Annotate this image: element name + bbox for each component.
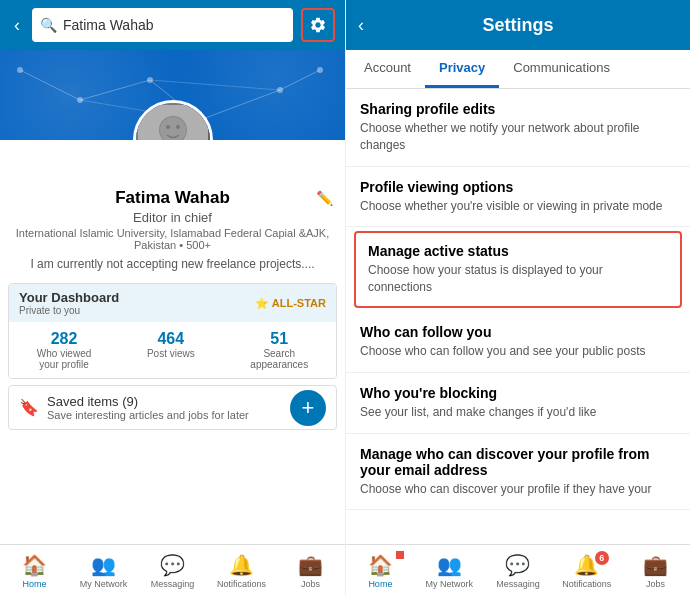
nav-mynetwork-label: My Network bbox=[80, 579, 128, 589]
nav-home[interactable]: 🏠 Home bbox=[7, 553, 63, 589]
settings-sharing-profile-edits[interactable]: Sharing profile edits Choose whether we … bbox=[346, 89, 690, 167]
stat-profile-views[interactable]: 282 Who viewedyour profile bbox=[37, 330, 91, 370]
settings-gear-button[interactable] bbox=[301, 8, 335, 42]
nav-messaging-label: Messaging bbox=[151, 579, 195, 589]
gear-icon bbox=[309, 16, 327, 34]
stat-label-search: Searchappearances bbox=[250, 348, 308, 370]
right-bottom-nav: 🏠 Home 👥 My Network 💬 Messaging 🔔 6 Noti… bbox=[346, 544, 690, 596]
stat-post-views[interactable]: 464 Post views bbox=[147, 330, 195, 370]
right-messaging-label: Messaging bbox=[496, 579, 540, 589]
right-jobs-label: Jobs bbox=[646, 579, 665, 589]
right-jobs-icon: 💼 bbox=[643, 553, 668, 577]
settings-item-title-5: Who you're blocking bbox=[360, 385, 676, 401]
nav-home-label: Home bbox=[22, 579, 46, 589]
nav-notifications[interactable]: 🔔 Notifications bbox=[214, 553, 270, 589]
settings-who-can-follow[interactable]: Who can follow you Choose who can follow… bbox=[346, 312, 690, 373]
settings-blocking[interactable]: Who you're blocking See your list, and m… bbox=[346, 373, 690, 434]
all-star-label: ALL-STAR bbox=[272, 297, 326, 309]
right-nav-mynetwork[interactable]: 👥 My Network bbox=[421, 553, 477, 589]
messaging-icon: 💬 bbox=[160, 553, 185, 577]
dashboard-title: Your Dashboard bbox=[19, 290, 119, 305]
search-bar: 🔍 Fatima Wahab bbox=[32, 8, 293, 42]
settings-item-desc-6: Choose who can discover your profile if … bbox=[360, 481, 676, 498]
nav-mynetwork[interactable]: 👥 My Network bbox=[76, 553, 132, 589]
stat-label-posts: Post views bbox=[147, 348, 195, 359]
settings-profile-viewing[interactable]: Profile viewing options Choose whether y… bbox=[346, 167, 690, 228]
svg-point-9 bbox=[147, 77, 153, 83]
mynetwork-icon: 👥 bbox=[91, 553, 116, 577]
settings-item-title-2: Profile viewing options bbox=[360, 179, 676, 195]
right-home-icon: 🏠 bbox=[368, 553, 393, 577]
settings-item-desc-3: Choose how your status is displayed to y… bbox=[368, 262, 668, 296]
dashboard-subtitle: Private to you bbox=[19, 305, 119, 316]
dashboard-stats: 282 Who viewedyour profile 464 Post view… bbox=[9, 322, 336, 378]
left-panel: ‹ 🔍 Fatima Wahab bbox=[0, 0, 345, 596]
profile-bio: I am currently not accepting new freelan… bbox=[10, 257, 334, 271]
saved-items-title: Saved items (9) bbox=[47, 394, 249, 409]
svg-line-6 bbox=[150, 80, 280, 90]
dashboard-header: Your Dashboard Private to you ⭐ ALL-STAR bbox=[9, 284, 336, 322]
settings-item-title: Sharing profile edits bbox=[360, 101, 676, 117]
add-saved-item-button[interactable]: + bbox=[290, 390, 326, 426]
stat-number-posts: 464 bbox=[147, 330, 195, 348]
profile-name: Fatima Wahab bbox=[115, 188, 230, 208]
nav-messaging[interactable]: 💬 Messaging bbox=[145, 553, 201, 589]
svg-point-7 bbox=[17, 67, 23, 73]
settings-title: Settings bbox=[482, 15, 553, 36]
search-input[interactable]: Fatima Wahab bbox=[63, 17, 285, 33]
settings-discover-email[interactable]: Manage who can discover your profile fro… bbox=[346, 434, 690, 511]
settings-back-button[interactable]: ‹ bbox=[358, 15, 364, 36]
nav-notifications-label: Notifications bbox=[217, 579, 266, 589]
svg-point-11 bbox=[277, 87, 283, 93]
home-icon: 🏠 bbox=[22, 553, 47, 577]
settings-active-status[interactable]: Manage active status Choose how your sta… bbox=[354, 231, 682, 308]
stat-number-search: 51 bbox=[250, 330, 308, 348]
right-notifications-label: Notifications bbox=[562, 579, 611, 589]
profile-location-text: International Islamic University, Islama… bbox=[0, 227, 345, 251]
svg-line-0 bbox=[20, 70, 80, 100]
notifications-icon: 🔔 bbox=[229, 553, 254, 577]
tab-privacy[interactable]: Privacy bbox=[425, 50, 499, 88]
stat-number-views: 282 bbox=[37, 330, 91, 348]
saved-items-subtitle: Save interesting articles and jobs for l… bbox=[47, 409, 249, 421]
right-nav-jobs[interactable]: 💼 Jobs bbox=[628, 553, 684, 589]
svg-line-1 bbox=[80, 80, 150, 100]
profile-title: Editor in chief bbox=[133, 210, 212, 225]
dashboard-section: Your Dashboard Private to you ⭐ ALL-STAR… bbox=[8, 283, 337, 379]
right-nav-messaging[interactable]: 💬 Messaging bbox=[490, 553, 546, 589]
profile-location: International Islamic University, Islama… bbox=[0, 227, 345, 251]
right-mynetwork-label: My Network bbox=[425, 579, 473, 589]
right-home-label: Home bbox=[368, 579, 392, 589]
right-panel: ‹ Settings Account Privacy Communication… bbox=[345, 0, 690, 596]
right-messaging-icon: 💬 bbox=[505, 553, 530, 577]
saved-items-text: Saved items (9) Save interesting article… bbox=[47, 394, 249, 421]
svg-point-17 bbox=[166, 125, 170, 129]
settings-item-title-4: Who can follow you bbox=[360, 324, 676, 340]
stat-label-views: Who viewedyour profile bbox=[37, 348, 91, 370]
right-nav-notifications[interactable]: 🔔 6 Notifications bbox=[559, 553, 615, 589]
edit-profile-icon[interactable]: ✏️ bbox=[316, 190, 333, 206]
svg-line-3 bbox=[200, 90, 280, 120]
settings-header: ‹ Settings bbox=[346, 0, 690, 50]
settings-item-desc-4: Choose who can follow you and see your p… bbox=[360, 343, 676, 360]
svg-line-4 bbox=[280, 70, 320, 90]
right-nav-home[interactable]: 🏠 Home bbox=[352, 553, 408, 589]
avatar-image bbox=[136, 103, 210, 140]
settings-item-desc-5: See your list, and make changes if you'd… bbox=[360, 404, 676, 421]
nav-jobs[interactable]: 💼 Jobs bbox=[283, 553, 339, 589]
saved-items-row[interactable]: 🔖 Saved items (9) Save interesting artic… bbox=[8, 385, 337, 430]
left-bottom-nav: 🏠 Home 👥 My Network 💬 Messaging 🔔 Notifi… bbox=[0, 544, 345, 596]
profile-background bbox=[0, 50, 345, 140]
star-icon: ⭐ bbox=[255, 297, 269, 310]
tab-account[interactable]: Account bbox=[350, 50, 425, 88]
svg-point-18 bbox=[176, 125, 180, 129]
notifications-badge: 6 bbox=[595, 551, 609, 565]
all-star-badge: ⭐ ALL-STAR bbox=[255, 297, 326, 310]
stat-search-appearances[interactable]: 51 Searchappearances bbox=[250, 330, 308, 370]
settings-item-title-6: Manage who can discover your profile fro… bbox=[360, 446, 676, 478]
nav-jobs-label: Jobs bbox=[301, 579, 320, 589]
left-header: ‹ 🔍 Fatima Wahab bbox=[0, 0, 345, 50]
jobs-icon: 💼 bbox=[298, 553, 323, 577]
tab-communications[interactable]: Communications bbox=[499, 50, 624, 88]
left-back-button[interactable]: ‹ bbox=[10, 15, 24, 36]
